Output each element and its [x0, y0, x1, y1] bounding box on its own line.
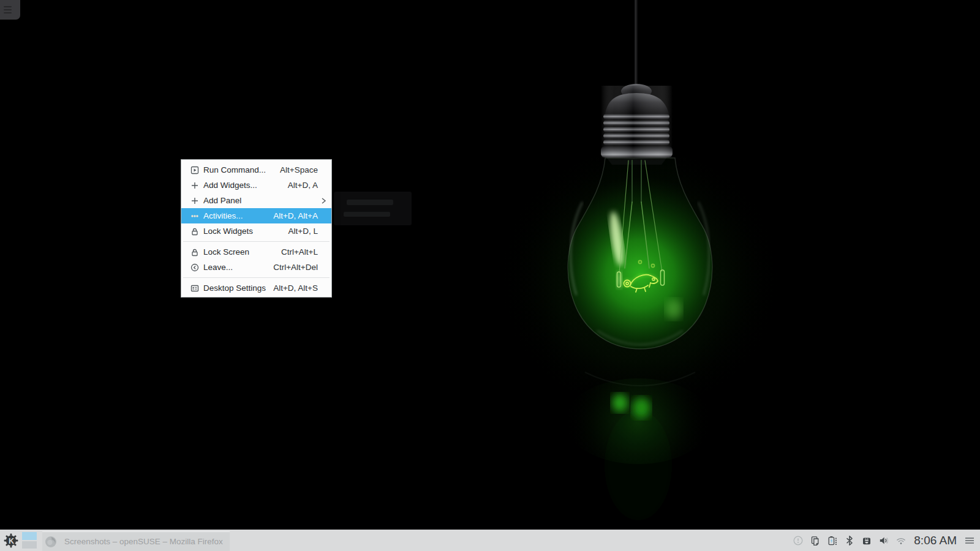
application-launcher-button[interactable]: K — [2, 530, 20, 551]
menu-item-label: Add Widgets... — [203, 181, 257, 190]
notifications-icon[interactable] — [793, 535, 804, 546]
menu-item-activities[interactable]: Activities... Alt+D, Alt+A — [181, 208, 331, 223]
wifi-icon[interactable] — [895, 535, 907, 546]
kde-logo-icon: K — [3, 533, 19, 549]
panel-toolbox-button[interactable] — [964, 535, 975, 546]
menu-item-label: Run Command... — [203, 165, 266, 174]
lock-icon — [190, 227, 200, 236]
menu-item-label: Lock Widgets — [203, 227, 253, 236]
lock-icon — [190, 247, 200, 257]
menu-item-label: Desktop Settings — [203, 283, 266, 293]
battery-icon[interactable] — [827, 535, 838, 546]
menu-item-shortcut: Ctrl+Alt+Del — [273, 263, 318, 272]
menu-separator — [183, 277, 330, 278]
toolbox-line — [4, 9, 12, 10]
menu-item-leave[interactable]: Leave... Ctrl+Alt+Del — [181, 260, 331, 275]
pager-desktop-1[interactable] — [22, 532, 37, 540]
virtual-desktop-pager[interactable] — [22, 532, 37, 549]
bluetooth-icon[interactable] — [844, 535, 855, 546]
add-panel-icon — [190, 196, 200, 206]
desktop-settings-icon — [190, 283, 200, 293]
menu-item-lock-screen[interactable]: Lock Screen Ctrl+Alt+L — [181, 244, 331, 260]
menu-item-shortcut: Alt+Space — [280, 165, 318, 174]
menu-separator — [183, 241, 330, 242]
menu-item-label: Activities... — [203, 211, 243, 220]
toolbox-line — [4, 12, 12, 13]
leave-icon — [190, 263, 200, 272]
fading-tooltip-remnant — [334, 192, 412, 225]
menu-item-add-panel[interactable]: Add Panel — [181, 193, 331, 208]
removable-devices-icon[interactable] — [861, 535, 872, 546]
menu-item-shortcut: Ctrl+Alt+L — [281, 247, 318, 257]
tooltip-text-smudge — [347, 200, 393, 205]
submenu-chevron-icon — [319, 197, 328, 205]
activities-icon — [190, 211, 200, 221]
firefox-icon — [45, 536, 57, 548]
menu-item-lock-widgets[interactable]: Lock Widgets Alt+D, L — [181, 223, 331, 239]
menu-item-shortcut: Alt+D, A — [288, 181, 318, 190]
svg-text:K: K — [9, 536, 14, 545]
run-command-icon — [190, 165, 200, 175]
menu-item-shortcut: Alt+D, Alt+A — [273, 211, 318, 220]
menu-item-add-widgets[interactable]: Add Widgets... Alt+D, A — [181, 178, 331, 193]
menu-item-label: Leave... — [203, 263, 233, 272]
menu-item-desktop-settings[interactable]: Desktop Settings Alt+D, Alt+S — [181, 280, 331, 296]
digital-clock[interactable]: 8:06 AM — [914, 534, 957, 547]
menu-item-shortcut: Alt+D, Alt+S — [273, 283, 318, 293]
desktop-wallpaper — [0, 0, 980, 551]
desktop-context-menu: Run Command... Alt+Space Add Widgets... … — [181, 159, 332, 298]
task-button-firefox[interactable]: Screenshots – openSUSE – Mozilla Firefox — [42, 531, 230, 551]
system-tray — [793, 535, 907, 546]
desktop-toolbox-button[interactable] — [0, 0, 20, 20]
toolbox-line — [4, 6, 12, 7]
tooltip-text-smudge — [344, 212, 390, 217]
floor-reflection — [565, 372, 712, 520]
volume-icon[interactable] — [878, 535, 889, 546]
bulb-cap — [601, 84, 673, 165]
menu-item-label: Lock Screen — [203, 247, 249, 257]
add-widgets-icon — [190, 181, 200, 190]
lightbulb-artwork — [0, 0, 980, 551]
taskbar-panel: K Screenshots – openSUSE – Mozilla Firef… — [0, 530, 980, 551]
menu-item-label: Add Panel — [203, 196, 241, 205]
pager-desktop-2[interactable] — [22, 541, 37, 549]
clipboard-icon[interactable] — [810, 535, 821, 546]
menu-item-run-command[interactable]: Run Command... Alt+Space — [181, 162, 331, 178]
menu-item-shortcut: Alt+D, L — [288, 227, 318, 236]
task-title: Screenshots – openSUSE – Mozilla Firefox — [64, 537, 223, 546]
hamburger-menu-icon — [964, 535, 975, 546]
